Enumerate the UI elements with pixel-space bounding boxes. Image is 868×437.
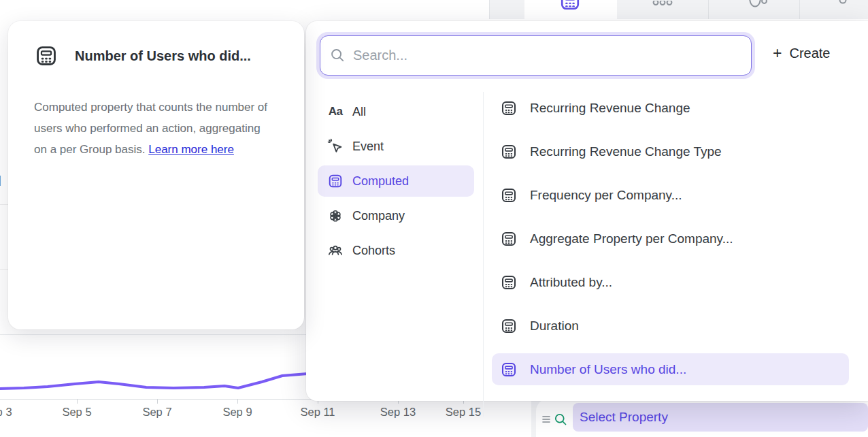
select-property-button[interactable]: Select Property (573, 403, 868, 432)
learn-more-link[interactable]: Learn more here (148, 143, 234, 156)
query-row-card: Select Property (536, 399, 868, 437)
x-axis-label: Sep 3 (0, 406, 12, 419)
calculator-icon (34, 44, 59, 68)
category-item-all[interactable]: Aa All (318, 96, 474, 127)
cursor-click-icon (327, 138, 344, 155)
trend-line-chart (0, 340, 310, 408)
calculator-icon (500, 230, 518, 248)
category-item-company[interactable]: Company (318, 200, 474, 231)
category-label: Computed (352, 174, 409, 189)
property-tooltip-card: Number of Users who did... Computed prop… (8, 21, 304, 329)
list-item[interactable]: Duration (492, 310, 849, 342)
x-axis-tick (77, 399, 78, 404)
category-list: Aa All Event Computed Company Cohorts (318, 96, 474, 270)
company-flower-icon (327, 208, 344, 224)
x-axis-tick (237, 399, 238, 404)
list-item[interactable]: Recurring Revenue Change (492, 92, 849, 124)
list-item-label: Recurring Revenue Change Type (530, 144, 722, 159)
category-label: Cohorts (352, 244, 395, 258)
chart-section-divider (0, 334, 310, 335)
search-input[interactable] (353, 48, 741, 63)
tab-divider (799, 0, 800, 19)
search-icon (554, 412, 568, 427)
report-type-tabbar (489, 0, 868, 19)
list-item-label: Recurring Revenue Change (530, 101, 690, 116)
search-icon (330, 48, 346, 63)
property-picker-panel: + Create Aa All Event Computed Company C… (306, 21, 868, 401)
list-item-selected[interactable]: Number of Users who did... (492, 353, 849, 385)
tooltip-description: Computed property that counts the number… (34, 97, 268, 160)
search-box[interactable] (320, 35, 752, 76)
calculator-icon (500, 187, 518, 204)
category-label: All (352, 105, 366, 119)
results-list: Recurring Revenue Change Recurring Reven… (492, 92, 849, 397)
circle-icon[interactable] (838, 0, 848, 7)
category-label: Event (352, 140, 384, 154)
drag-handle-icon[interactable] (542, 415, 550, 423)
three-dots-icon[interactable] (652, 1, 673, 7)
text-aa-icon: Aa (327, 103, 344, 120)
list-item[interactable]: Frequency per Company... (492, 179, 849, 211)
list-item-label: Number of Users who did... (530, 362, 686, 377)
x-axis-label: Sep 13 (380, 406, 416, 419)
x-axis-label: Sep 7 (142, 406, 171, 419)
list-item[interactable]: Aggregate Property per Company... (492, 223, 849, 255)
calculator-icon (500, 99, 518, 117)
list-item[interactable]: Attributed by... (492, 266, 849, 298)
calculator-icon[interactable] (558, 0, 582, 12)
calculator-icon (500, 143, 518, 161)
list-item-label: Attributed by... (530, 275, 612, 290)
create-button-label: Create (789, 46, 830, 61)
calculator-icon (500, 274, 518, 291)
x-axis-label: Sep 5 (62, 406, 91, 419)
x-axis-label: Sep 11 (300, 406, 335, 419)
list-item-label: Frequency per Company... (530, 188, 682, 203)
category-label: Company (352, 209, 405, 223)
list-item-label: Aggregate Property per Company... (530, 231, 733, 246)
x-axis-label: Sep 15 (446, 406, 481, 419)
clipped-background-text: ] (0, 174, 1, 187)
list-item[interactable]: Recurring Revenue Change Type (492, 135, 849, 167)
calculator-icon (500, 361, 518, 378)
panel-divider (483, 92, 484, 417)
trend-line (0, 374, 307, 389)
list-item-label: Duration (530, 319, 579, 334)
category-item-cohorts[interactable]: Cohorts (318, 235, 474, 266)
cohorts-people-icon (327, 242, 344, 259)
category-item-computed[interactable]: Computed (318, 165, 474, 197)
create-button[interactable]: + Create (773, 46, 830, 61)
category-item-event[interactable]: Event (318, 131, 474, 162)
tooltip-title: Number of Users who did... (75, 48, 251, 64)
plus-icon: + (773, 46, 782, 61)
retention-curve-icon[interactable] (748, 0, 768, 8)
x-axis-label: Sep 9 (222, 406, 252, 419)
x-axis-tick (157, 399, 158, 404)
calculator-icon (500, 317, 518, 335)
calculator-icon (327, 173, 344, 189)
tab-divider (708, 0, 709, 19)
